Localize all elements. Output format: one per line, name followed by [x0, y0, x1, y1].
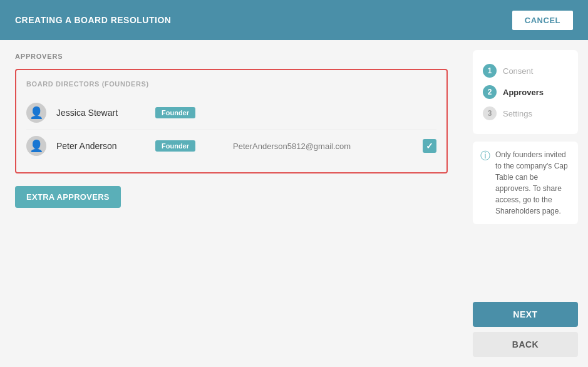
step-label-settings: Settings — [503, 109, 532, 118]
person-icon: 👤 — [29, 139, 43, 153]
person-row: 👤 Jessica Stewart Founder — [26, 96, 436, 130]
step-label-approvers: Approvers — [503, 88, 544, 97]
person-name: Jessica Stewart — [56, 108, 150, 118]
info-icon: ⓘ — [480, 150, 490, 217]
page-title: CREATING A BOARD RESOLUTION — [15, 15, 171, 25]
section-label: APPROVERS — [15, 53, 448, 60]
content-area: APPROVERS BOARD DIRECTORS (FOUNDERS) 👤 J… — [0, 40, 463, 367]
person-row: 👤 Peter Anderson Founder PeterAnderson58… — [26, 130, 436, 162]
step-label-consent: Consent — [503, 66, 533, 76]
sidebar: 1 Consent 2 Approvers 3 Settings ⓘ Only … — [463, 40, 588, 367]
main-layout: APPROVERS BOARD DIRECTORS (FOUNDERS) 👤 J… — [0, 40, 588, 367]
info-box: ⓘ Only founders invited to the company's… — [473, 142, 578, 224]
avatar: 👤 — [26, 103, 46, 123]
step-number-consent: 1 — [483, 64, 497, 78]
step-number-settings: 3 — [483, 106, 497, 120]
back-button[interactable]: BACK — [473, 332, 578, 357]
header: CREATING A BOARD RESOLUTION CANCEL — [0, 0, 588, 40]
person-icon: 👤 — [29, 106, 43, 120]
step-item-settings: 3 Settings — [483, 103, 568, 124]
extra-approvers-button[interactable]: EXTRA APPROVERS — [15, 186, 121, 208]
step-item-approvers: 2 Approvers — [483, 81, 568, 103]
board-directors-box: BOARD DIRECTORS (FOUNDERS) 👤 Jessica Ste… — [15, 69, 448, 173]
person-name: Peter Anderson — [56, 141, 150, 151]
approver-checkbox[interactable] — [423, 139, 436, 153]
board-box-title: BOARD DIRECTORS (FOUNDERS) — [26, 80, 436, 88]
sidebar-bottom: NEXT BACK — [473, 302, 578, 357]
founder-badge: Founder — [155, 107, 195, 118]
info-text: Only founders invited to the company's C… — [495, 149, 570, 217]
cancel-button[interactable]: CANCEL — [512, 11, 573, 30]
person-email: PeterAnderson5812@gmail.com — [233, 142, 415, 151]
avatar: 👤 — [26, 136, 46, 156]
founder-badge: Founder — [155, 140, 195, 152]
step-number-approvers: 2 — [483, 85, 497, 99]
step-item-consent: 1 Consent — [483, 60, 568, 81]
steps-box: 1 Consent 2 Approvers 3 Settings — [473, 50, 578, 134]
next-button[interactable]: NEXT — [473, 302, 578, 327]
